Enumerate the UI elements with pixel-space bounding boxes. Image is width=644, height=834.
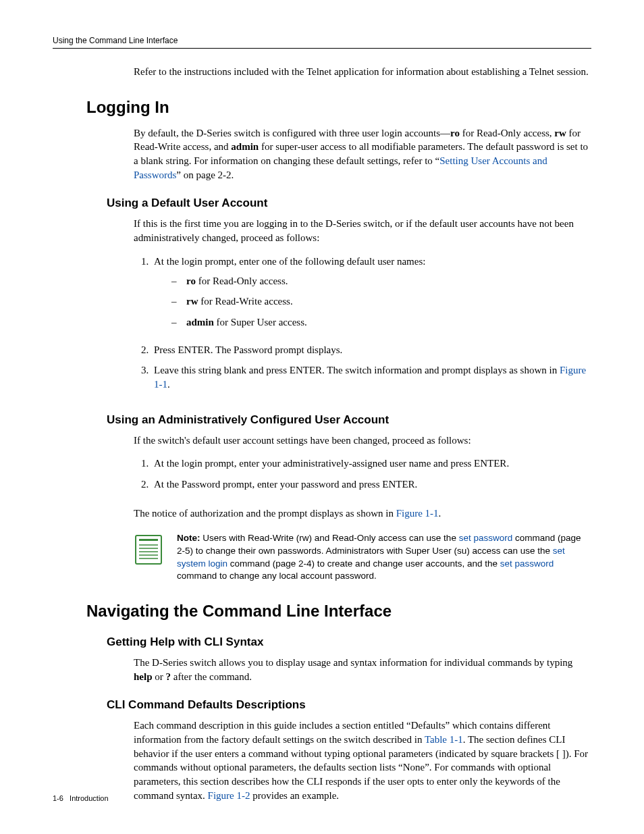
chapter-name: Introduction xyxy=(70,794,108,802)
text-fragment: for Read‑Only access. xyxy=(196,276,288,286)
inline-bold-rw: rw xyxy=(554,128,566,138)
text-fragment: for Super User access. xyxy=(214,317,307,328)
heading-getting-help: Getting Help with CLI Syntax xyxy=(107,635,591,649)
page-number: 1-6 xyxy=(53,794,63,802)
link-set-password-2[interactable]: set password xyxy=(500,558,554,569)
inline-bold-ro: ro xyxy=(450,128,460,138)
text-fragment: Users with Read-Write (rw) and Read-Only… xyxy=(200,533,459,543)
list-item: At the login prompt, enter your administ… xyxy=(151,457,591,477)
inline-bold-admin: admin xyxy=(231,141,259,152)
admin-account-closing: The notice of authorization and the prom… xyxy=(134,506,591,521)
note-label: Note: xyxy=(177,533,200,543)
telnet-paragraph-block: Refer to the instructions included with … xyxy=(134,65,591,79)
text-fragment: for Read‑Only access, xyxy=(460,128,554,138)
link-set-password[interactable]: set password xyxy=(459,533,513,543)
page-content: Using the Command Line Interface Refer t… xyxy=(0,0,644,834)
admin-account-steps: At the login prompt, enter your administ… xyxy=(134,457,591,498)
note-text: Note: Users with Read-Write (rw) and Rea… xyxy=(177,532,591,583)
link-figure-1-2[interactable]: Figure 1‑2 xyxy=(208,790,250,801)
heading-admin-configured-account: Using an Administratively Configured Use… xyxy=(107,413,591,427)
note-icon xyxy=(134,533,163,566)
list-item: ro for Read‑Only access. xyxy=(171,274,591,295)
text-fragment: command to change any local account pass… xyxy=(177,571,377,581)
heading-cli-defaults: CLI Command Defaults Descriptions xyxy=(107,698,591,712)
text-fragment: command (page 2-4) to create and change … xyxy=(227,558,500,569)
text-fragment: The notice of authorization and the prom… xyxy=(134,508,396,519)
list-item: At the login prompt, enter one of the fo… xyxy=(151,255,591,343)
list-item: admin for Super User access. xyxy=(171,315,591,336)
list-item: At the Password prompt, enter your passw… xyxy=(151,477,591,498)
inline-bold-rw: rw xyxy=(186,296,198,307)
text-fragment: . xyxy=(167,379,170,390)
link-table-1-1[interactable]: Table 1‑1 xyxy=(425,734,463,745)
text-fragment: for Read‑Write access. xyxy=(198,296,293,307)
inline-bold-question: ? xyxy=(166,671,171,682)
getting-help-paragraph: The D‑Series switch allows you to displa… xyxy=(134,656,591,683)
link-figure-1-1[interactable]: Figure 1‑1 xyxy=(396,508,439,519)
default-account-intro: If this is the first time you are loggin… xyxy=(134,217,591,244)
text-fragment: By default, the D‑Series switch is confi… xyxy=(134,128,450,138)
text-fragment: ” on page 2‑2. xyxy=(176,170,234,180)
list-item: rw for Read‑Write access. xyxy=(171,294,591,315)
inline-bold-help: help xyxy=(134,671,153,682)
heading-navigating-cli: Navigating the Command Line Interface xyxy=(86,602,591,621)
cli-defaults-paragraph: Each command description in this guide i… xyxy=(134,719,591,802)
inline-bold-admin: admin xyxy=(186,317,214,328)
list-item: Press ENTER. The Password prompt display… xyxy=(151,343,591,364)
text-fragment: after the command. xyxy=(171,671,252,682)
text-fragment: The D‑Series switch allows you to displa… xyxy=(134,657,572,668)
text-fragment: . xyxy=(439,508,441,519)
step-text: At the login prompt, enter one of the fo… xyxy=(154,256,425,267)
admin-account-intro: If the switch's default user account set… xyxy=(134,434,591,448)
text-fragment: provides an example. xyxy=(250,790,340,801)
heading-default-user-account: Using a Default User Account xyxy=(107,197,591,210)
heading-logging-in: Logging In xyxy=(86,98,591,117)
page-footer: 1-6 Introduction xyxy=(53,794,109,802)
text-fragment: Leave this string blank and press ENTER.… xyxy=(154,365,560,375)
text-fragment: or xyxy=(153,671,166,682)
note-block: Note: Users with Read-Write (rw) and Rea… xyxy=(134,532,591,583)
running-header: Using the Command Line Interface xyxy=(53,36,591,49)
telnet-paragraph: Refer to the instructions included with … xyxy=(134,65,591,79)
svg-rect-1 xyxy=(139,539,158,541)
logging-in-paragraph: By default, the D‑Series switch is confi… xyxy=(134,126,591,182)
inline-bold-ro: ro xyxy=(186,276,196,286)
default-account-steps: At the login prompt, enter one of the fo… xyxy=(134,255,591,398)
list-item: Leave this string blank and press ENTER.… xyxy=(151,363,591,398)
username-options: ro for Read‑Only access. rw for Read‑Wri… xyxy=(171,274,591,336)
